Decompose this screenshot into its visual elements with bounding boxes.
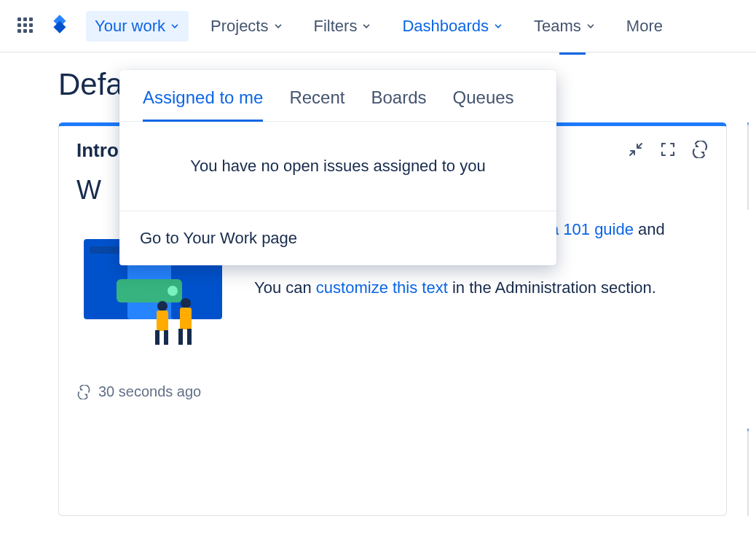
svg-rect-9	[157, 311, 168, 331]
chevron-down-icon	[361, 21, 371, 31]
side-gadget-2	[747, 429, 749, 516]
svg-point-7	[168, 286, 178, 296]
svg-point-8	[157, 301, 168, 311]
tab-boards[interactable]: Boards	[371, 87, 426, 121]
dropdown-empty-message: You have no open issues assigned to you	[119, 122, 556, 211]
top-nav: Your work Projects Filters Dashboards Te…	[0, 0, 756, 52]
your-work-dropdown: Assigned to me Recent Boards Queues You …	[119, 70, 556, 265]
nav-your-work[interactable]: Your work	[86, 11, 189, 42]
nav-dashboards-label: Dashboards	[402, 17, 489, 36]
go-to-your-work-link[interactable]: Go to Your Work page	[119, 211, 556, 265]
refresh-icon[interactable]	[691, 141, 709, 161]
svg-rect-11	[164, 330, 168, 345]
refresh-small-icon	[76, 385, 91, 399]
svg-point-12	[181, 298, 191, 308]
dropdown-tabs: Assigned to me Recent Boards Queues	[119, 70, 556, 122]
nav-projects[interactable]: Projects	[202, 11, 291, 42]
svg-rect-10	[155, 330, 160, 345]
nav-teams[interactable]: Teams	[525, 11, 605, 42]
nav-your-work-label: Your work	[95, 17, 165, 36]
tab-recent[interactable]: Recent	[289, 87, 344, 121]
chevron-down-icon	[586, 21, 596, 31]
customize-text-link[interactable]: customize this text	[316, 278, 448, 297]
jira-logo-icon[interactable]	[48, 12, 73, 40]
gadget-actions	[627, 141, 709, 161]
chevron-down-icon	[493, 21, 503, 31]
nav-teams-label: Teams	[534, 17, 581, 36]
side-gadget-1	[747, 122, 749, 210]
minimize-icon[interactable]	[627, 141, 645, 161]
maximize-icon[interactable]	[659, 141, 677, 161]
refresh-timestamp: 30 seconds ago	[98, 383, 201, 400]
gadget-footer: 30 seconds ago	[59, 369, 726, 415]
svg-rect-15	[187, 329, 192, 345]
nav-filters[interactable]: Filters	[305, 11, 381, 42]
svg-rect-13	[180, 308, 192, 329]
svg-rect-14	[178, 329, 183, 345]
nav-active-indicator	[559, 52, 586, 55]
app-switcher-icon[interactable]	[17, 17, 35, 35]
nav-more-label: More	[626, 17, 663, 36]
tab-queues[interactable]: Queues	[453, 87, 514, 121]
tab-assigned-to-me[interactable]: Assigned to me	[143, 87, 263, 121]
chevron-down-icon	[170, 21, 180, 31]
nav-more[interactable]: More	[618, 11, 672, 42]
nav-projects-label: Projects	[210, 17, 268, 36]
gadget-title: Intro	[76, 139, 119, 162]
chevron-down-icon	[273, 21, 283, 31]
nav-filters-label: Filters	[314, 17, 358, 36]
nav-dashboards[interactable]: Dashboards	[393, 11, 512, 42]
